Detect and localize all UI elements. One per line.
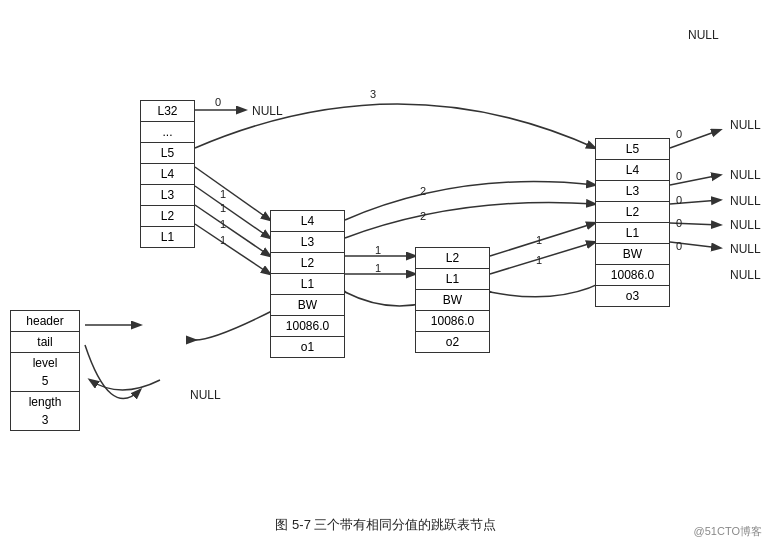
header-node: header tail level5 length3: [10, 310, 80, 431]
label-0-l32: 0: [215, 96, 221, 108]
null-l3: NULL: [730, 194, 761, 208]
null-l2: NULL: [730, 218, 761, 232]
header-cell-level: level5: [11, 353, 79, 392]
node-o3: L5 L4 L3 L2 L1 BW 10086.0 o3: [595, 138, 670, 307]
header-cell-header: header: [11, 311, 79, 332]
label-0-o3l3: 0: [676, 194, 682, 206]
o1-l3: L3: [271, 232, 344, 253]
o1-obj: o1: [271, 337, 344, 357]
left-node: L32 ... L5 L4 L3 L2 L1: [140, 100, 195, 248]
null-top: NULL: [688, 28, 719, 42]
o2-l1: L1: [416, 269, 489, 290]
o3-l1: L1: [596, 223, 669, 244]
label-0-o3l5: 0: [676, 128, 682, 140]
label-0-o3l2: 0: [676, 217, 682, 229]
null-l32: NULL: [252, 104, 283, 118]
svg-line-8: [490, 223, 595, 256]
o3-bw: BW: [596, 244, 669, 265]
label-1-l4: 1: [220, 188, 226, 200]
null-l4: NULL: [730, 168, 761, 182]
label-2-o1l4: 2: [420, 185, 426, 197]
o1-l4: L4: [271, 211, 344, 232]
left-l5: L5: [141, 143, 194, 164]
label-2-o1l3: 2: [420, 210, 426, 222]
label-1-o1l1: 1: [375, 262, 381, 274]
o1-score: 10086.0: [271, 316, 344, 337]
label-3-l5: 3: [370, 88, 376, 100]
svg-line-3: [195, 186, 270, 238]
svg-line-9: [490, 242, 595, 274]
svg-line-4: [195, 205, 270, 256]
o1-bw: BW: [271, 295, 344, 316]
label-1-o2l1: 1: [536, 254, 542, 266]
o3-l4: L4: [596, 160, 669, 181]
svg-line-5: [195, 224, 270, 274]
watermark: @51CTO博客: [694, 524, 762, 539]
left-l3: L3: [141, 185, 194, 206]
header-cell-tail: tail: [11, 332, 79, 353]
o3-l2: L2: [596, 202, 669, 223]
diagram: header tail level5 length3 L32 ... L5 L4…: [0, 0, 772, 510]
o2-l2: L2: [416, 248, 489, 269]
null-left: NULL: [190, 388, 221, 402]
left-l1: L1: [141, 227, 194, 247]
left-l4: L4: [141, 164, 194, 185]
o2-obj: o2: [416, 332, 489, 352]
svg-line-2: [195, 167, 270, 220]
null-bottom-right: NULL: [730, 268, 761, 282]
caption: 图 5-7 三个带有相同分值的跳跃表节点: [0, 510, 772, 536]
left-l32: L32: [141, 101, 194, 122]
o1-l1: L1: [271, 274, 344, 295]
node-o1: L4 L3 L2 L1 BW 10086.0 o1: [270, 210, 345, 358]
o3-l3: L3: [596, 181, 669, 202]
null-l1: NULL: [730, 242, 761, 256]
label-1-l3: 1: [220, 202, 226, 214]
node-o2: L2 L1 BW 10086.0 o2: [415, 247, 490, 353]
o1-l2: L2: [271, 253, 344, 274]
left-l2: L2: [141, 206, 194, 227]
null-2: NULL: [730, 118, 761, 132]
label-1-o2l2: 1: [536, 234, 542, 246]
o3-obj: o3: [596, 286, 669, 306]
header-cell-length: length3: [11, 392, 79, 430]
label-0-o3l1: 0: [676, 240, 682, 252]
label-1-o1l2: 1: [375, 244, 381, 256]
label-1-l2: 1: [220, 218, 226, 230]
o3-l5: L5: [596, 139, 669, 160]
o2-score: 10086.0: [416, 311, 489, 332]
label-0-o3l4: 0: [676, 170, 682, 182]
o3-score: 10086.0: [596, 265, 669, 286]
label-1-l1: 1: [220, 234, 226, 246]
left-dots: ...: [141, 122, 194, 143]
o2-bw: BW: [416, 290, 489, 311]
